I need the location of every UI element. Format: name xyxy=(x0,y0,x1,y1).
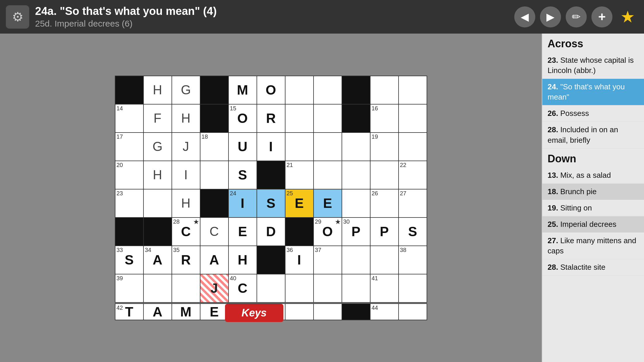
cell-r4c10[interactable]: 27 xyxy=(399,189,427,217)
cell-r4c9[interactable]: 26 xyxy=(371,189,398,217)
cell-r1c7[interactable] xyxy=(314,105,342,132)
cell-r0c2[interactable]: G xyxy=(172,76,200,104)
cell-r2c3[interactable]: 18 xyxy=(200,133,228,161)
cell-r0c6[interactable] xyxy=(285,76,313,104)
cell-b5[interactable]: 43 Keys xyxy=(257,304,285,320)
cell-r2c4[interactable]: U xyxy=(229,133,257,161)
cell-b3[interactable]: E xyxy=(200,304,228,320)
cell-b6[interactable] xyxy=(285,304,313,320)
next-button[interactable] xyxy=(540,6,561,27)
cell-r3c10-black[interactable]: 22 xyxy=(399,161,427,189)
cell-r7c8[interactable] xyxy=(342,274,370,302)
cell-r6c0[interactable]: 33 S xyxy=(115,246,143,274)
cell-r2c10[interactable] xyxy=(399,133,427,161)
cell-r5c6[interactable] xyxy=(285,218,313,246)
cell-r7c3[interactable]: J xyxy=(200,274,228,302)
cell-r1c2[interactable]: H xyxy=(172,105,200,132)
cell-r2c1[interactable]: G xyxy=(144,133,172,161)
cell-r1c1[interactable]: F xyxy=(144,105,172,132)
cell-r7c4[interactable]: 40 C xyxy=(229,274,257,302)
cell-r5c1[interactable] xyxy=(144,218,172,246)
pencil-button[interactable] xyxy=(566,6,587,27)
cell-r6c4[interactable]: H xyxy=(229,246,257,274)
cell-r4c2[interactable]: H xyxy=(172,189,200,217)
cell-r2c2[interactable]: J xyxy=(172,133,200,161)
cell-r1c4[interactable]: 15 O xyxy=(229,105,257,132)
cell-r2c9[interactable]: 19 xyxy=(371,133,398,161)
cell-r4c1[interactable] xyxy=(144,189,172,217)
cell-r7c2[interactable] xyxy=(172,274,200,302)
cell-r6c5[interactable] xyxy=(257,246,285,274)
cell-b1[interactable]: A xyxy=(144,304,172,320)
cell-r4c7[interactable]: E xyxy=(314,189,342,217)
cell-r3c2[interactable]: I xyxy=(172,161,200,189)
cell-r7c10[interactable] xyxy=(399,274,427,302)
gear-button[interactable]: ⚙ xyxy=(6,5,29,29)
cell-r3c6[interactable]: 21 xyxy=(285,161,313,189)
cell-r5c9[interactable]: P xyxy=(371,218,398,246)
cell-r0c7[interactable] xyxy=(314,76,342,104)
cell-r2c0[interactable]: 17 xyxy=(115,133,143,161)
cell-r2c8[interactable] xyxy=(342,133,370,161)
cell-r3c0[interactable]: 20 xyxy=(115,161,143,189)
cell-r1c0[interactable]: 14 xyxy=(115,105,143,132)
cell-b0[interactable]: 42 T xyxy=(115,304,143,320)
cell-r3c8[interactable] xyxy=(342,161,370,189)
cell-r5c3[interactable]: C xyxy=(200,218,228,246)
clue-down-19[interactable]: 19. Sitting on xyxy=(542,200,644,216)
cell-r0c4[interactable]: M xyxy=(229,76,257,104)
cell-r1c3[interactable] xyxy=(200,105,228,132)
cell-r1c8[interactable] xyxy=(342,105,370,132)
keys-button[interactable]: Keys xyxy=(225,304,283,322)
cell-r1c5[interactable]: R xyxy=(257,105,285,132)
cell-r6c8[interactable] xyxy=(342,246,370,274)
cell-r0c3[interactable] xyxy=(200,76,228,104)
cell-r5c7[interactable]: 29 ★ O xyxy=(314,218,342,246)
clue-down-28[interactable]: 28. Stalactite site xyxy=(542,259,644,276)
cell-r0c9[interactable] xyxy=(371,76,398,104)
cell-b7[interactable] xyxy=(314,304,342,320)
cell-r4c8[interactable] xyxy=(342,189,370,217)
cell-r6c10[interactable]: 38 xyxy=(399,246,427,274)
cell-r2c6[interactable] xyxy=(285,133,313,161)
cell-r3c9[interactable] xyxy=(371,161,398,189)
cell-r7c9[interactable]: 41 xyxy=(371,274,398,302)
cell-r4c3[interactable] xyxy=(200,189,228,217)
clue-down-13[interactable]: 13. Mix, as a salad xyxy=(542,167,644,184)
cell-r6c9[interactable] xyxy=(371,246,398,274)
cell-r2c7[interactable] xyxy=(314,133,342,161)
cell-b2[interactable]: M xyxy=(172,304,200,320)
cell-r3c4[interactable]: S xyxy=(229,161,257,189)
cell-r3c1[interactable]: H xyxy=(144,161,172,189)
cell-r0c5[interactable]: O xyxy=(257,76,285,104)
clue-across-26[interactable]: 26. Possess xyxy=(542,105,644,122)
cell-r6c3[interactable]: A xyxy=(200,246,228,274)
cell-r2c5[interactable]: I xyxy=(257,133,285,161)
clue-down-18[interactable]: 18. Brunch pie xyxy=(542,184,644,200)
cell-r3c3[interactable] xyxy=(200,161,228,189)
clue-across-24[interactable]: 24. "So that's what you mean" xyxy=(542,79,644,105)
cell-r7c0[interactable]: 39 xyxy=(115,274,143,302)
cell-r6c7[interactable]: 37 xyxy=(314,246,342,274)
cell-r0c8[interactable] xyxy=(342,76,370,104)
cell-r1c9[interactable]: 16 xyxy=(371,105,398,132)
cell-r4c5[interactable]: S xyxy=(257,189,285,217)
cell-r1c6[interactable] xyxy=(285,105,313,132)
clue-down-27[interactable]: 27. Like many mittens and caps xyxy=(542,233,644,259)
cell-r4c4[interactable]: 24 I xyxy=(229,189,257,217)
cell-r5c4[interactable]: E xyxy=(229,218,257,246)
prev-button[interactable] xyxy=(514,6,535,27)
cell-r5c8[interactable]: 30 P xyxy=(342,218,370,246)
cell-b9[interactable]: 44 xyxy=(371,304,398,320)
cell-r5c2[interactable]: 28 ★ C xyxy=(172,218,200,246)
cell-r4c0[interactable]: 23 xyxy=(115,189,143,217)
cell-r6c1[interactable]: 34 A xyxy=(144,246,172,274)
clue-across-23[interactable]: 23. State whose capital is Lincoln (abbr… xyxy=(542,52,644,79)
cell-r5c0[interactable] xyxy=(115,218,143,246)
cell-r5c10[interactable]: S xyxy=(399,218,427,246)
cell-b10[interactable] xyxy=(399,304,427,320)
cell-r7c1[interactable] xyxy=(144,274,172,302)
cell-r6c2[interactable]: 35 R xyxy=(172,246,200,274)
cell-r7c7[interactable] xyxy=(314,274,342,302)
cell-r0c10[interactable] xyxy=(399,76,427,104)
